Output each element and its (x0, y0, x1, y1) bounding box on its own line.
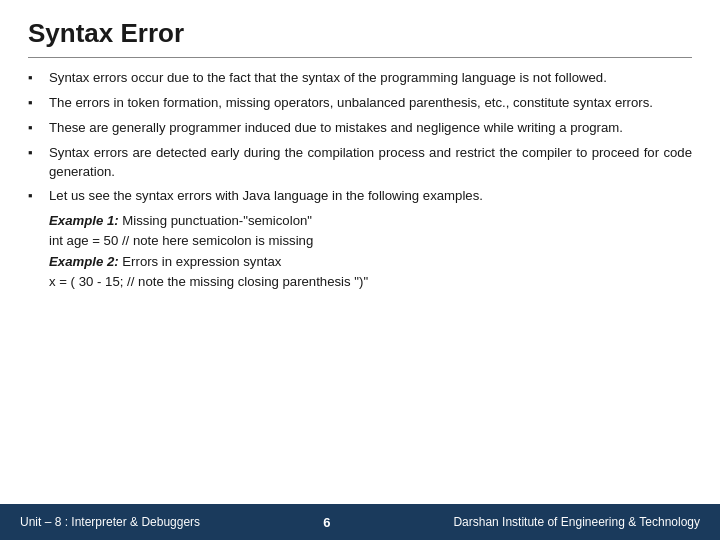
list-item: ▪ The errors in token formation, missing… (28, 93, 692, 113)
bullet-text: The errors in token formation, missing o… (49, 93, 692, 112)
slide-title: Syntax Error (28, 18, 692, 58)
footer-left: Unit – 8 : Interpreter & Debuggers (20, 515, 200, 529)
bullet-text: Syntax errors occur due to the fact that… (49, 68, 692, 87)
list-item: ▪ Syntax errors occur due to the fact th… (28, 68, 692, 88)
bullet-icon: ▪ (28, 187, 42, 206)
list-item: ▪ Let us see the syntax errors with Java… (28, 186, 692, 206)
slide-content: Syntax Error ▪ Syntax errors occur due t… (0, 0, 720, 504)
example-1-code: int age = 50 // note here semicolon is m… (49, 231, 692, 251)
bullet-text: Syntax errors are detected early during … (49, 143, 692, 181)
footer-page-number: 6 (323, 515, 330, 530)
list-item: ▪ These are generally programmer induced… (28, 118, 692, 138)
bullet-text: These are generally programmer induced d… (49, 118, 692, 137)
example-2-desc: Errors in expression syntax (119, 254, 282, 269)
bullet-icon: ▪ (28, 144, 42, 163)
footer-right: Darshan Institute of Engineering & Techn… (453, 515, 700, 529)
bullet-icon: ▪ (28, 69, 42, 88)
bullet-list: ▪ Syntax errors occur due to the fact th… (28, 68, 692, 206)
example-1-title-line: Example 1: Missing punctuation-"semicolo… (49, 211, 692, 231)
slide-footer: Unit – 8 : Interpreter & Debuggers 6 Dar… (0, 504, 720, 540)
bullet-icon: ▪ (28, 119, 42, 138)
example-2-code: x = ( 30 - 15; // note the missing closi… (49, 272, 692, 292)
slide-container: Syntax Error ▪ Syntax errors occur due t… (0, 0, 720, 540)
example-1-desc: Missing punctuation-"semicolon" (119, 213, 312, 228)
bullet-text: Let us see the syntax errors with Java l… (49, 186, 692, 205)
example-2-title: Example 2: (49, 254, 119, 269)
example-1-title: Example 1: (49, 213, 119, 228)
example-block: Example 1: Missing punctuation-"semicolo… (49, 211, 692, 293)
example-2-title-line: Example 2: Errors in expression syntax (49, 252, 692, 272)
bullet-icon: ▪ (28, 94, 42, 113)
list-item: ▪ Syntax errors are detected early durin… (28, 143, 692, 181)
